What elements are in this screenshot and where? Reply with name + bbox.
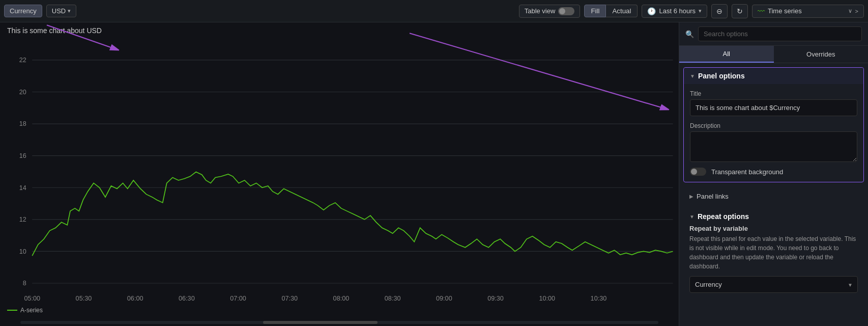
svg-text:06:00: 06:00 — [127, 295, 143, 302]
svg-text:09:30: 09:30 — [487, 295, 504, 302]
panel-options-section: ▼ Panel options Title Description Transp… — [683, 67, 864, 182]
title-label: Title — [690, 90, 857, 97]
refresh-button[interactable]: ↻ — [732, 4, 748, 18]
fill-actual-group: Fill Actual — [584, 5, 638, 17]
repeat-options-section: ▼ Repeat options Repeat by variable Repe… — [683, 208, 864, 299]
svg-text:08:00: 08:00 — [333, 295, 350, 302]
tab-overrides[interactable]: Overrides — [774, 46, 869, 63]
svg-text:10:00: 10:00 — [539, 295, 555, 302]
repeat-options-body: Repeat by variable Repeat this panel for… — [683, 225, 864, 299]
panel-options-label: Panel options — [698, 72, 745, 80]
svg-text:16: 16 — [19, 152, 26, 159]
svg-text:07:30: 07:30 — [281, 295, 298, 302]
currency-select-wrapper: Currency — [689, 276, 858, 293]
panel-links-section: ▶ Panel links — [683, 188, 864, 204]
panel-options-chevron-icon: ▼ — [690, 73, 695, 79]
usd-dropdown[interactable]: USD ▾ — [46, 5, 76, 17]
search-input[interactable] — [698, 26, 862, 41]
tab-all[interactable]: All — [679, 46, 774, 63]
time-range-picker[interactable]: 🕐 Last 6 hours ▾ — [642, 5, 707, 18]
currency-tab-label: Currency — [10, 7, 37, 15]
time-range-chevron-icon: ▾ — [699, 8, 702, 14]
transparent-bg-row: Transparent background — [690, 168, 857, 176]
search-icon: 🔍 — [685, 30, 694, 38]
toolbar: Currency USD ▾ Table view Fill Actual 🕐 … — [0, 0, 868, 22]
tabs-row: All Overrides — [679, 46, 868, 63]
svg-text:07:00: 07:00 — [230, 295, 246, 302]
chart-scrollbar[interactable] — [20, 321, 658, 324]
zoom-out-icon: ⊖ — [716, 7, 722, 15]
expand-icon: ∨ — [848, 8, 852, 14]
svg-text:05:00: 05:00 — [24, 295, 40, 302]
panel-links-chevron-icon: ▶ — [689, 194, 693, 199]
chart-legend: A-series — [7, 307, 43, 314]
svg-text:10: 10 — [19, 248, 26, 255]
panel-links-label: Panel links — [697, 193, 729, 200]
timeseries-label: Time series — [768, 7, 802, 15]
main-content: This is some chart about USD — [0, 22, 868, 326]
repeat-description: Repeat this panel for each value in the … — [689, 234, 858, 271]
panel-options-body: Title Description Transparent background — [684, 84, 863, 182]
zoom-out-button[interactable]: ⊖ — [711, 4, 728, 18]
transparent-bg-label: Transparent background — [711, 168, 783, 176]
svg-text:09:00: 09:00 — [436, 295, 452, 302]
chart-area: This is some chart about USD — [0, 22, 679, 326]
legend-line-icon — [7, 310, 17, 311]
svg-text:14: 14 — [19, 184, 26, 192]
repeat-options-chevron-icon: ▼ — [689, 214, 695, 220]
svg-text:06:30: 06:30 — [179, 295, 195, 302]
table-view-toggle[interactable]: Table view — [519, 5, 581, 18]
svg-text:20: 20 — [19, 89, 26, 96]
svg-text:10:30: 10:30 — [591, 295, 607, 302]
currency-select[interactable]: Currency — [689, 276, 858, 293]
usd-chevron-icon: ▾ — [68, 8, 71, 14]
svg-text:18: 18 — [19, 121, 26, 128]
search-bar: 🔍 — [679, 22, 868, 46]
description-textarea[interactable] — [690, 131, 857, 162]
title-input[interactable] — [690, 99, 857, 116]
repeat-options-header[interactable]: ▼ Repeat options — [683, 208, 864, 225]
right-panel: 🔍 All Overrides ▼ Panel options Title De… — [679, 22, 868, 326]
panel-options-header[interactable]: ▼ Panel options — [684, 68, 863, 84]
svg-text:12: 12 — [19, 216, 26, 223]
legend-label: A-series — [20, 307, 43, 314]
description-label: Description — [690, 122, 857, 129]
svg-text:22: 22 — [19, 57, 26, 64]
repeat-options-label: Repeat options — [698, 212, 749, 221]
visualization-selector[interactable]: 〰 Time series ∨ > — [752, 5, 864, 18]
chart-scrollbar-thumb[interactable] — [263, 321, 378, 324]
timeseries-icon: 〰 — [758, 7, 765, 15]
svg-text:05:30: 05:30 — [76, 295, 92, 302]
time-range-label: Last 6 hours — [659, 7, 696, 15]
actual-button[interactable]: Actual — [606, 5, 638, 17]
panel-links-header[interactable]: ▶ Panel links — [683, 188, 864, 204]
repeat-by-variable-label: Repeat by variable — [689, 225, 858, 232]
refresh-icon: ↻ — [737, 7, 743, 15]
usd-value: USD — [52, 7, 66, 15]
table-view-switch[interactable] — [558, 7, 574, 15]
fill-button[interactable]: Fill — [584, 5, 606, 17]
clock-icon: 🕐 — [647, 7, 656, 15]
chart-title: This is some chart about USD — [7, 26, 102, 35]
currency-tab[interactable]: Currency — [4, 5, 42, 17]
chart-svg: 22 20 18 16 14 12 10 8 05:00 05:30 06:00… — [0, 38, 679, 312]
svg-text:8: 8 — [23, 280, 26, 287]
arrow-right-icon: > — [855, 8, 858, 14]
transparent-bg-toggle[interactable] — [690, 168, 706, 176]
table-view-label: Table view — [525, 7, 556, 15]
svg-text:08:30: 08:30 — [385, 295, 401, 302]
